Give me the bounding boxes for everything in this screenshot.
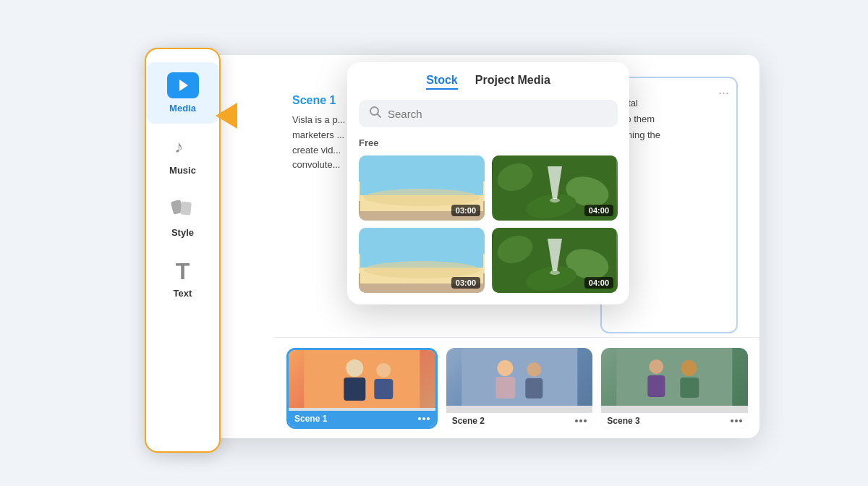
svg-rect-9 bbox=[525, 378, 542, 398]
style-icon bbox=[171, 196, 195, 224]
svg-point-6 bbox=[497, 360, 513, 376]
svg-rect-10 bbox=[617, 348, 733, 406]
svg-point-23 bbox=[364, 189, 480, 206]
svg-rect-2 bbox=[344, 378, 365, 401]
search-icon bbox=[369, 106, 382, 122]
sidebar-music-label: Music bbox=[169, 165, 196, 176]
text-icon: T bbox=[176, 258, 190, 285]
sidebar-item-text[interactable]: T Text bbox=[146, 248, 219, 309]
scene-1-label: Scene 1 bbox=[294, 414, 327, 424]
sidebar-style-label: Style bbox=[171, 227, 194, 238]
scenes-row: Scene 1 Sc bbox=[275, 337, 760, 438]
scene-2-footer: Scene 2 bbox=[446, 413, 593, 429]
scene-3-label: Scene 3 bbox=[607, 416, 639, 426]
sidebar-text-label: Text bbox=[174, 288, 192, 299]
svg-rect-5 bbox=[461, 348, 577, 406]
search-input[interactable] bbox=[388, 108, 608, 120]
svg-point-8 bbox=[527, 362, 541, 377]
scene-3-footer: Scene 3 bbox=[601, 413, 748, 429]
scene-card-2[interactable]: Scene 2 bbox=[446, 348, 593, 429]
scene-2-dots[interactable] bbox=[575, 419, 587, 422]
dots-menu-button[interactable]: ··· bbox=[718, 85, 729, 101]
scene-2-label: Scene 2 bbox=[452, 416, 485, 426]
scene-2-thumbnail bbox=[446, 348, 593, 406]
sidebar-media-label: Media bbox=[169, 103, 196, 114]
sidebar-item-music[interactable]: ♪ Music bbox=[146, 124, 219, 186]
svg-point-3 bbox=[376, 363, 391, 378]
tab-stock[interactable]: Stock bbox=[426, 74, 458, 90]
svg-rect-4 bbox=[374, 379, 393, 399]
drink-2-duration: 04:00 bbox=[584, 277, 613, 289]
svg-point-1 bbox=[346, 359, 363, 377]
media-thumb-beach-2[interactable]: 03:00 bbox=[359, 228, 485, 293]
beach-2-duration: 03:00 bbox=[451, 277, 480, 289]
media-icon bbox=[167, 72, 199, 98]
free-label: Free bbox=[359, 137, 618, 148]
media-grid: 03:00 04:00 bbox=[359, 155, 618, 293]
sidebar-item-style[interactable]: Style bbox=[146, 186, 219, 248]
scene-1-dots[interactable] bbox=[418, 417, 430, 420]
drink-1-duration: 04:00 bbox=[584, 205, 613, 216]
music-icon: ♪ bbox=[171, 134, 195, 162]
scene-3-dots[interactable] bbox=[731, 419, 742, 422]
svg-rect-12 bbox=[648, 375, 665, 397]
scene-card-1[interactable]: Scene 1 bbox=[286, 348, 438, 429]
scene-1-footer: Scene 1 bbox=[289, 411, 435, 427]
scene-1-thumbnail bbox=[289, 350, 435, 408]
svg-point-29 bbox=[550, 198, 560, 202]
scene-card-3[interactable]: Scene 3 bbox=[601, 348, 748, 429]
svg-rect-17 bbox=[180, 202, 192, 216]
svg-point-33 bbox=[364, 261, 480, 278]
svg-point-39 bbox=[550, 270, 560, 275]
right-panel-text: digital help them earning the bbox=[613, 95, 725, 143]
media-thumb-beach-1[interactable]: 03:00 bbox=[359, 155, 485, 221]
tab-project-media[interactable]: Project Media bbox=[475, 74, 550, 90]
svg-line-19 bbox=[378, 114, 381, 118]
beach-1-duration: 03:00 bbox=[451, 205, 480, 216]
sidebar-item-media[interactable]: Media bbox=[146, 62, 219, 124]
media-picker-popup: Stock Project Media Free bbox=[347, 62, 629, 304]
scene-3-thumbnail bbox=[601, 348, 748, 406]
media-thumb-drink-1[interactable]: 04:00 bbox=[492, 155, 618, 221]
svg-point-13 bbox=[681, 360, 697, 376]
media-thumb-drink-2[interactable]: 04:00 bbox=[492, 228, 618, 293]
svg-point-11 bbox=[650, 359, 664, 374]
sidebar: Media ♪ Music Style T Text bbox=[145, 48, 221, 453]
search-bar bbox=[359, 100, 618, 127]
svg-rect-7 bbox=[495, 377, 515, 398]
picker-tabs: Stock Project Media bbox=[359, 74, 618, 90]
svg-text:♪: ♪ bbox=[174, 137, 183, 156]
svg-rect-14 bbox=[681, 378, 699, 398]
